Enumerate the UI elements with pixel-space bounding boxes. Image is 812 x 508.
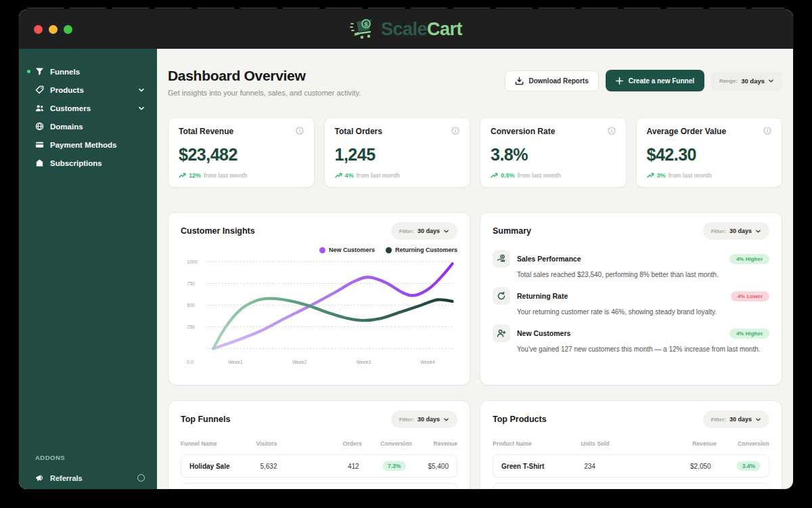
product-units: 234 bbox=[584, 463, 656, 470]
summary-item-sales-performance: Sales Performance 4% Higher Total sales … bbox=[493, 250, 769, 278]
chart-legend: New Customers Returning Customers bbox=[181, 247, 457, 253]
chevron-down-icon bbox=[443, 417, 449, 423]
stat-trend-suffix: from last month bbox=[357, 172, 400, 179]
sidebar-item-products[interactable]: Products bbox=[19, 81, 157, 99]
cart-logo-icon: $ bbox=[350, 18, 377, 41]
stat-label: Total Orders bbox=[335, 127, 382, 136]
logo-wordmark: ScaleCart bbox=[381, 19, 462, 40]
card-title: Customer Insights bbox=[181, 226, 255, 236]
close-window-button[interactable] bbox=[34, 25, 43, 34]
customer-insights-line-chart: 10007505002500.0Week1Week2Week3Week4 bbox=[181, 255, 457, 375]
plus-icon bbox=[616, 77, 623, 85]
rotate-arrow-icon bbox=[497, 291, 506, 301]
svg-text:750: 750 bbox=[187, 280, 195, 287]
card-title: Top Products bbox=[493, 415, 547, 424]
scalecart-logo: $ ScaleCart bbox=[350, 18, 462, 41]
stat-card-average-order-value: Average Order Value $42.30 3% from last … bbox=[636, 117, 783, 188]
range-selector[interactable]: Range: 30 days bbox=[711, 71, 782, 91]
sidebar-item-label: Domains bbox=[50, 123, 83, 131]
info-icon[interactable] bbox=[296, 127, 304, 135]
sidebar-item-payment-methods[interactable]: Payment Methods bbox=[19, 135, 157, 154]
sidebar-item-subscriptions[interactable]: Subscriptions bbox=[19, 154, 157, 172]
table-row-partial bbox=[493, 483, 769, 489]
sidebar-item-label: Products bbox=[50, 86, 84, 94]
svg-text:0.0: 0.0 bbox=[187, 359, 194, 365]
stat-trend-value: 3% bbox=[657, 172, 666, 179]
table-row[interactable]: Green T-Shirt 234 $2,050 3.4% bbox=[493, 454, 769, 478]
chevron-down-icon bbox=[138, 105, 145, 112]
funnel-orders: 412 bbox=[317, 463, 359, 470]
create-funnel-button[interactable]: Create a new Funnel bbox=[606, 70, 704, 91]
summary-item-text: Total sales reached $23,540, performing … bbox=[517, 271, 769, 278]
stat-cards-row: Total Revenue $23,482 12% from last mont… bbox=[168, 117, 782, 188]
trending-up-icon bbox=[647, 172, 654, 179]
active-indicator-dot bbox=[27, 70, 30, 73]
svg-text:Week2: Week2 bbox=[292, 359, 307, 365]
trending-up-icon bbox=[491, 172, 498, 179]
addons-section-label: ADDONS bbox=[19, 454, 157, 468]
summary-item-text: You've gained 127 new customers this mon… bbox=[517, 345, 769, 353]
stat-trend-value: 12% bbox=[189, 172, 201, 179]
sidebar-item-label: Payment Methods bbox=[50, 141, 116, 149]
hand-coins-icon bbox=[497, 254, 506, 263]
info-icon[interactable] bbox=[608, 127, 616, 135]
chevron-down-icon bbox=[755, 417, 761, 423]
stat-value: $42.30 bbox=[647, 145, 772, 165]
summary-item-returning-rate: Returning Rate 4% Lower Your returning c… bbox=[493, 287, 769, 316]
sidebar: Funnels Products Customers Domains Payme… bbox=[19, 49, 157, 489]
megaphone-icon bbox=[35, 473, 44, 482]
trending-up-icon bbox=[179, 172, 186, 179]
status-badge: 4% Lower bbox=[731, 291, 769, 301]
insights-filter-selector[interactable]: Filter: 30 days bbox=[391, 222, 457, 240]
funnel-visitors: 5,632 bbox=[260, 463, 317, 470]
stat-label: Average Order Value bbox=[647, 127, 727, 136]
legend-swatch bbox=[319, 247, 325, 253]
page-subtitle: Get insights into your funnels, sales, a… bbox=[168, 89, 361, 97]
sidebar-item-customers[interactable]: Customers bbox=[19, 99, 157, 117]
summary-item-new-customers: New Customers 4% Higher You've gained 12… bbox=[493, 324, 769, 353]
funnel-revenue: $5,400 bbox=[406, 463, 449, 470]
info-icon[interactable] bbox=[451, 127, 459, 135]
stat-card-conversion-rate: Conversion Rate 3.8% 0.5% from last mont… bbox=[480, 117, 627, 188]
svg-text:Week1: Week1 bbox=[228, 359, 243, 365]
svg-text:Week4: Week4 bbox=[420, 359, 435, 365]
label-icon bbox=[35, 158, 44, 167]
card-title: Summary bbox=[493, 226, 531, 236]
stat-trend-suffix: from last month bbox=[204, 172, 247, 179]
funnel-name: Holiday Sale bbox=[189, 463, 260, 470]
products-filter-selector[interactable]: Filter: 30 days bbox=[703, 410, 769, 428]
minimize-window-button[interactable] bbox=[49, 25, 58, 34]
stat-trend-value: 4% bbox=[345, 172, 354, 179]
card-title: Top Funnels bbox=[181, 415, 230, 424]
chevron-down-icon bbox=[443, 228, 449, 234]
table-header: Product Name Units Sold Revenue Conversi… bbox=[493, 440, 769, 447]
summary-filter-selector[interactable]: Filter: 30 days bbox=[703, 222, 769, 240]
maximize-window-button[interactable] bbox=[64, 25, 72, 34]
user-plus-icon bbox=[497, 329, 506, 338]
icon-box bbox=[493, 287, 510, 305]
download-icon bbox=[515, 77, 524, 85]
summary-item-title: Sales Performance bbox=[517, 255, 581, 263]
product-name: Green T-Shirt bbox=[501, 463, 584, 470]
users-icon bbox=[35, 104, 44, 112]
icon-box bbox=[493, 324, 510, 342]
chevron-down-icon bbox=[138, 87, 145, 93]
customer-insights-card: Customer Insights Filter: 30 days New Cu… bbox=[168, 212, 470, 385]
download-reports-button[interactable]: Download Reports bbox=[505, 70, 598, 91]
legend-item-returning-customers: Returning Customers bbox=[386, 247, 457, 253]
main-content: Dashboard Overview Get insights into you… bbox=[157, 49, 793, 489]
icon-box bbox=[493, 250, 510, 268]
sidebar-item-funnels[interactable]: Funnels bbox=[19, 62, 157, 81]
window-controls bbox=[34, 25, 72, 34]
sidebar-item-label: Customers bbox=[50, 104, 91, 112]
funnels-filter-selector[interactable]: Filter: 30 days bbox=[391, 410, 457, 428]
stat-trend-suffix: from last month bbox=[518, 172, 561, 179]
table-row[interactable]: Holiday Sale 5,632 412 7.3% $5,400 bbox=[181, 454, 457, 478]
sidebar-item-referrals[interactable]: Referrals bbox=[19, 468, 157, 489]
page-title: Dashboard Overview bbox=[168, 68, 361, 84]
referrals-toggle[interactable] bbox=[137, 474, 145, 482]
tag-icon bbox=[35, 85, 44, 94]
summary-item-title: Returning Rate bbox=[517, 292, 568, 300]
info-icon[interactable] bbox=[763, 127, 771, 135]
sidebar-item-domains[interactable]: Domains bbox=[19, 117, 157, 135]
